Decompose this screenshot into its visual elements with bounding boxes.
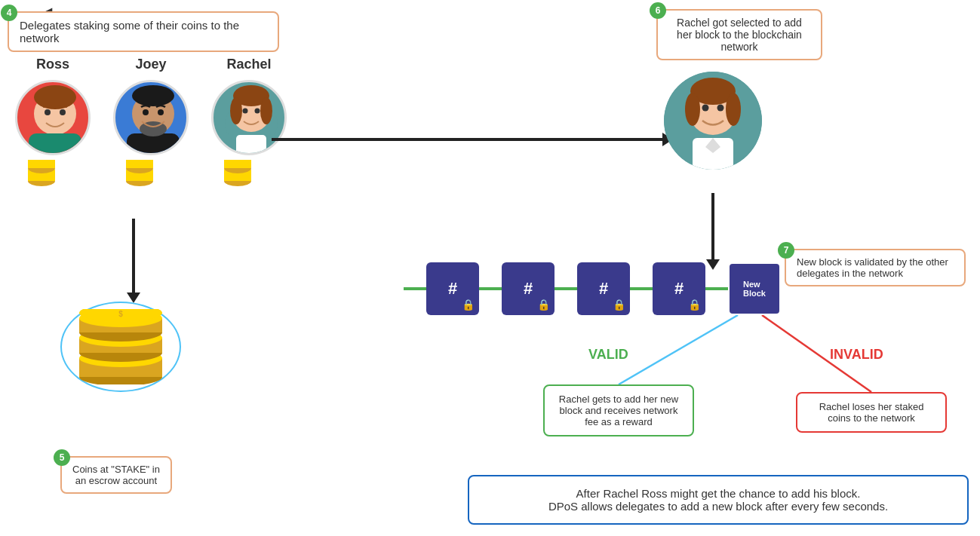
- step4-badge: 4: [1, 5, 17, 21]
- invalid-label: INVALID: [830, 347, 883, 363]
- chain-line-start: [404, 287, 426, 290]
- block-hash-4: #: [674, 279, 684, 299]
- svg-point-32: [255, 109, 260, 114]
- svg-point-55: [726, 93, 741, 126]
- bottom-info-box: After Rachel Ross might get the chance t…: [468, 475, 969, 525]
- valid-label: VALID: [588, 347, 628, 363]
- joey-name: Joey: [135, 57, 166, 72]
- svg-point-5: [45, 109, 51, 115]
- chain-line-2: [555, 287, 577, 290]
- block-3: # 🔒: [577, 262, 630, 315]
- diagram-container: ◄ 4 Delegates staking some of their coin…: [0, 0, 980, 536]
- block-hash-2: #: [524, 279, 533, 299]
- escrow-oval: $: [60, 302, 181, 392]
- rachel-avatar-small: [211, 80, 287, 155]
- svg-point-18: [158, 109, 164, 115]
- delegates-row: Ross: [15, 57, 287, 186]
- block-2: # 🔒: [502, 262, 555, 315]
- arrow-right-main: [272, 138, 664, 141]
- chain-line-4: [705, 287, 728, 290]
- rachel-coins-small: [223, 160, 275, 186]
- svg-point-30: [260, 97, 272, 124]
- step6-text: Rachel got selected to add her block to …: [677, 17, 802, 53]
- svg-point-56: [702, 105, 709, 112]
- step7-box: 7 New block is validated by the other de…: [785, 249, 966, 286]
- svg-rect-33: [236, 135, 266, 155]
- svg-point-54: [685, 93, 700, 126]
- new-block: NewBlock: [728, 262, 781, 315]
- svg-text:$: $: [118, 310, 123, 318]
- step6-box: 6 Rachel got selected to add her block t…: [656, 9, 822, 60]
- blockchain-row: # 🔒 # 🔒 # 🔒 # 🔒 NewBlock: [404, 262, 781, 315]
- svg-point-17: [143, 109, 149, 115]
- block-hash-3: #: [599, 279, 608, 299]
- joey-avatar: [113, 80, 189, 155]
- block-4: # 🔒: [653, 262, 705, 315]
- svg-point-57: [717, 105, 724, 112]
- escrow-coins-svg: $: [68, 309, 174, 384]
- block-lock-1: 🔒: [462, 299, 475, 311]
- svg-point-31: [243, 109, 248, 114]
- bottom-info-text: After Rachel Ross might get the chance t…: [548, 487, 888, 513]
- delegate-joey: Joey: [113, 57, 189, 186]
- step4-box: 4 Delegates staking some of their coins …: [8, 11, 279, 52]
- svg-rect-15: [127, 133, 180, 155]
- chain-line-1: [479, 287, 502, 290]
- step5-box: 5 Coins at "STAKE" inan escrow account: [60, 456, 172, 494]
- rachel-avatar-large: [664, 72, 762, 170]
- ross-coins: [26, 160, 79, 186]
- svg-point-6: [60, 109, 66, 115]
- ross-name: Ross: [36, 57, 69, 72]
- invalid-box-text: Rachel loses her staked coins to the net…: [819, 401, 924, 424]
- svg-point-29: [230, 97, 242, 124]
- arrow-down-delegates: [132, 219, 135, 294]
- step4-text: Delegates staking some of their coins to…: [20, 19, 239, 44]
- step5-badge: 5: [54, 449, 70, 466]
- invalid-box: Rachel loses her staked coins to the net…: [796, 392, 947, 433]
- block-lock-2: 🔒: [537, 299, 550, 311]
- step7-badge: 7: [778, 242, 794, 259]
- valid-box: Rachel gets to add her new block and rec…: [543, 384, 694, 436]
- arrow-down-rachel: [711, 193, 714, 261]
- rachel-selected: [664, 72, 762, 170]
- step5-text: Coins at "STAKE" inan escrow account: [72, 464, 160, 486]
- block-lock-4: 🔒: [688, 299, 701, 311]
- svg-line-0: [619, 315, 738, 384]
- step6-badge: 6: [650, 2, 666, 19]
- svg-point-14: [132, 85, 174, 106]
- svg-rect-4: [29, 133, 81, 155]
- block-lock-3: 🔒: [613, 299, 625, 311]
- new-block-label: NewBlock: [743, 280, 766, 298]
- rachel-name-small: Rachel: [226, 57, 271, 72]
- svg-point-3: [34, 85, 76, 109]
- delegate-rachel-small: Rachel: [211, 57, 287, 186]
- block-1: # 🔒: [426, 262, 479, 315]
- step7-text: New block is validated by the other dele…: [797, 256, 948, 279]
- ross-avatar: [15, 80, 91, 155]
- block-hash-1: #: [448, 279, 457, 299]
- valid-box-text: Rachel gets to add her new block and rec…: [559, 394, 678, 427]
- escrow-container: $: [60, 302, 181, 392]
- chain-line-3: [630, 287, 653, 290]
- joey-coins: [124, 160, 177, 186]
- delegate-ross: Ross: [15, 57, 91, 186]
